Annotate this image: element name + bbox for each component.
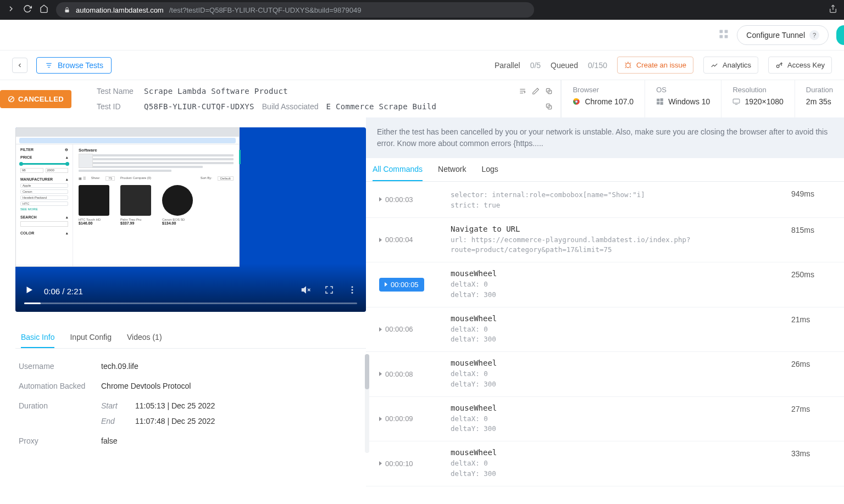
command-row[interactable]: 00:00:10mouseWheeldeltaX: 0deltaY: 30033… (366, 441, 844, 486)
command-row[interactable]: 00:00:09mouseWheeldeltaX: 0deltaY: 30027… (366, 397, 844, 442)
env-os-label: OS (656, 86, 710, 94)
command-row[interactable]: 00:00:05mouseWheeldeltaX: 0deltaY: 30025… (366, 262, 844, 307)
command-duration: 27ms (791, 405, 835, 413)
vi-manu: MANUFACTURER (20, 177, 53, 182)
vi-sortv: Default (218, 176, 234, 181)
build-value: E Commerce Scrape Build (326, 102, 437, 111)
access-key-button[interactable]: Access Key (768, 57, 832, 74)
copy-icon[interactable] (545, 103, 553, 110)
play-icon[interactable] (24, 285, 34, 297)
command-duration: 33ms (791, 449, 835, 458)
tab-network[interactable]: Network (438, 158, 466, 181)
username-value: tech.09.life (101, 362, 138, 371)
test-meta-left: Test Name Scrape Lambda Software Product… (97, 80, 560, 117)
command-list[interactable]: 00:00:03selector: internal:role=combobox… (366, 182, 844, 486)
analytics-label: Analytics (723, 61, 751, 69)
vi-title: Software (79, 148, 234, 153)
configure-tunnel-button[interactable]: Configure Tunnel ? (737, 25, 829, 45)
test-id-label: Test ID (97, 102, 136, 111)
vi-color: COLOR (20, 231, 34, 236)
vi-b4: HTC (20, 201, 68, 206)
tab-input-config[interactable]: Input Config (70, 327, 112, 348)
queued-label: Queued (551, 61, 578, 70)
end-value: 11:07:48 | Dec 25 2022 (135, 417, 215, 425)
test-id-value: Q58FB-YLIUR-CUTQF-UDXYS (144, 102, 254, 111)
avatar[interactable] (836, 25, 844, 45)
tab-basic-info[interactable]: Basic Info (21, 327, 54, 348)
filter-icon (45, 61, 53, 69)
session-video[interactable]: FILTER⊖ PRICE▴ 982000 MANUFACTURER▴ Appl… (15, 127, 366, 312)
svg-rect-5 (725, 35, 728, 38)
svg-line-13 (625, 67, 626, 68)
command-time[interactable]: 00:00:06 (379, 325, 440, 333)
home-icon[interactable] (40, 4, 48, 15)
monitor-icon (732, 98, 740, 105)
svg-line-12 (630, 63, 631, 63)
list-icon[interactable] (519, 87, 526, 95)
forward-icon[interactable] (7, 4, 15, 15)
vi-p2p: $337.99 (120, 221, 151, 225)
access-key-label: Access Key (787, 61, 825, 69)
help-icon: ? (809, 30, 819, 40)
svg-point-27 (576, 100, 578, 103)
command-duration: 250ms (791, 270, 835, 279)
chrome-icon (573, 98, 580, 105)
vi-b2: Canon (20, 189, 68, 194)
back-button[interactable] (12, 58, 27, 73)
env-browser-value: Chrome 107.0 (585, 97, 634, 106)
env-resolution: Resolution 1920×1080 (721, 80, 794, 117)
windows-icon (656, 98, 664, 105)
vi-sort: Sort By: (201, 176, 212, 181)
edit-icon[interactable] (532, 87, 540, 95)
command-duration: 815ms (791, 226, 835, 234)
username-key: Username (19, 362, 101, 371)
env-duration-value: 2m 35s (806, 97, 831, 106)
address-bar[interactable]: automation.lambdatest.com/test?testID=Q5… (56, 2, 534, 18)
command-row[interactable]: 00:00:04Navigate to URLurl: https://ecom… (366, 218, 844, 263)
create-issue-label: Create an issue (636, 61, 686, 69)
browse-tests-button[interactable]: Browse Tests (36, 57, 112, 74)
video-progress[interactable] (24, 303, 357, 304)
info-scrollbar[interactable] (365, 354, 369, 453)
command-time[interactable]: 00:00:08 (379, 370, 440, 378)
vi-plo: 98 (20, 168, 43, 173)
vi-b3: Hewlett-Packard (20, 195, 68, 200)
command-time[interactable]: 00:00:10 (379, 460, 440, 468)
command-time[interactable]: 00:00:09 (379, 415, 440, 423)
env-resolution-value: 1920×1080 (745, 97, 783, 106)
tab-videos[interactable]: Videos (1) (127, 327, 162, 348)
test-name-label: Test Name (97, 87, 136, 96)
share-icon[interactable] (829, 4, 837, 15)
build-label: Build Associated (262, 102, 319, 111)
apps-grid-icon[interactable] (718, 29, 729, 42)
env-resolution-label: Resolution (732, 86, 783, 94)
env-os: OS Windows 10 (645, 80, 721, 117)
tab-all-commands[interactable]: All Commands (373, 158, 423, 181)
create-issue-button[interactable]: Create an issue (617, 57, 693, 74)
address-path: /test?testID=Q58FB-YLIUR-CUTQF-UDXYS&bui… (169, 6, 362, 14)
command-time[interactable]: 00:00:04 (379, 236, 440, 244)
detail-tabs: Basic Info Input Config Videos (1) (15, 327, 366, 349)
reload-icon[interactable] (23, 4, 32, 15)
video-controls: 0:06 / 2:21 (15, 264, 366, 312)
command-row[interactable]: 00:00:08mouseWheeldeltaX: 0deltaY: 30026… (366, 352, 844, 397)
analytics-button[interactable]: Analytics (703, 57, 758, 74)
svg-marker-34 (27, 287, 33, 293)
bug-icon (624, 61, 632, 69)
more-icon[interactable] (347, 285, 357, 297)
env-duration: Duration 2m 35s (795, 80, 844, 117)
copy-icon[interactable] (545, 87, 553, 95)
vi-p1p: $146.00 (79, 221, 109, 225)
mute-icon[interactable] (301, 285, 311, 297)
svg-line-11 (625, 63, 626, 63)
fullscreen-icon[interactable] (324, 285, 334, 297)
key-icon (775, 61, 783, 69)
env-browser-label: Browser (573, 86, 634, 94)
svg-rect-31 (660, 102, 663, 105)
command-time[interactable]: 00:00:03 (379, 195, 440, 204)
command-row[interactable]: 00:00:06mouseWheeldeltaX: 0deltaY: 30021… (366, 307, 844, 352)
svg-rect-30 (657, 102, 659, 105)
tab-logs[interactable]: Logs (481, 158, 498, 181)
command-row[interactable]: 00:00:03selector: internal:role=combobox… (366, 182, 844, 218)
command-time[interactable]: 00:00:05 (379, 278, 440, 292)
